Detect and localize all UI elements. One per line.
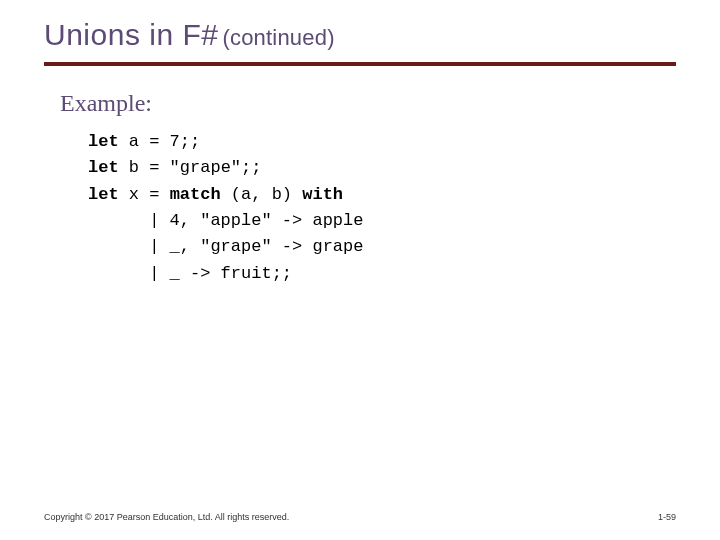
body: Example: let a = 7;; let b = "grape";; l…	[0, 66, 720, 287]
kw-let-1: let	[88, 132, 119, 151]
code-line-5: | _, "grape" -> grape	[88, 237, 363, 256]
slide: Unions in F# (continued) Example: let a …	[0, 0, 720, 540]
footer-copyright: Copyright © 2017 Pearson Education, Ltd.…	[44, 512, 289, 522]
code-line-2: b = "grape";;	[119, 158, 262, 177]
kw-let-2: let	[88, 158, 119, 177]
footer-page-number: 1-59	[658, 512, 676, 522]
code-line-1: a = 7;;	[119, 132, 201, 151]
code-line-4: | 4, "apple" -> apple	[88, 211, 363, 230]
example-label: Example:	[60, 90, 720, 117]
code-line-6: | _ -> fruit;;	[88, 264, 292, 283]
title-sub: (continued)	[222, 25, 334, 50]
kw-let-3: let	[88, 185, 119, 204]
kw-with: with	[302, 185, 343, 204]
code-line-3a: x =	[119, 185, 170, 204]
code-line-3b: (a, b)	[221, 185, 303, 204]
title-block: Unions in F# (continued)	[0, 0, 720, 52]
kw-match: match	[170, 185, 221, 204]
title-main: Unions in F#	[44, 18, 218, 51]
code-block: let a = 7;; let b = "grape";; let x = ma…	[60, 129, 720, 287]
